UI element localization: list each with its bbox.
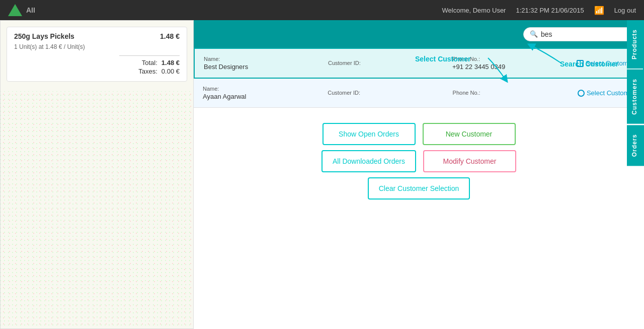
- search-area: 🔍: [194, 20, 644, 48]
- left-panel: 250g Lays Pickels 1.48 € 1 Unit(s) at 1.…: [0, 20, 194, 329]
- logout-button[interactable]: Log out: [614, 7, 636, 14]
- phone-label-1: Phone No.:: [452, 56, 577, 62]
- buttons-area: Show Open Orders New Customer All Downlo…: [194, 108, 644, 215]
- select-customer-btn-1[interactable]: Select Customer: [577, 59, 634, 67]
- tab-orders[interactable]: Orders: [627, 125, 644, 166]
- all-downloaded-orders-button[interactable]: All Downloaded Orders: [321, 150, 416, 172]
- right-content: 🔍 Select Customer Search Customer: [194, 20, 644, 329]
- sidebar-tabs: Products Customers Orders: [627, 20, 644, 329]
- customer-name-field-1: Name: Best Designers: [204, 56, 328, 71]
- product-unit: 1 Unit(s) at 1.48 € / Unit(s): [14, 43, 180, 50]
- buttons-row-1: Show Open Orders New Customer: [323, 123, 516, 145]
- product-name: 250g Lays Pickels: [14, 32, 74, 40]
- welcome-text: Welcome, Demo User: [442, 7, 506, 14]
- product-taxes-row: Taxes: 0.00 €: [14, 68, 180, 75]
- total-label: Total:: [142, 59, 157, 67]
- customer-row-2[interactable]: Name: Ayaan Agarwal Customer ID: Phone N…: [194, 79, 644, 108]
- name-label-2: Name:: [203, 86, 328, 92]
- total-value: 1.48 €: [162, 59, 180, 67]
- name-value-1: Best Designers: [204, 63, 328, 71]
- new-customer-button[interactable]: New Customer: [423, 123, 516, 145]
- customer-phone-field-2: Phone No.:: [453, 90, 578, 97]
- topbar-right: Welcome, Demo User 1:21:32 PM 21/06/2015…: [442, 6, 636, 15]
- topbar-left: AII: [8, 4, 35, 16]
- radio-indicator-1: [577, 60, 584, 67]
- taxes-value: 0.00 €: [162, 68, 180, 75]
- dotted-background: [1, 91, 193, 328]
- search-box: 🔍: [523, 27, 634, 41]
- show-open-orders-button[interactable]: Show Open Orders: [323, 123, 416, 145]
- tab-products[interactable]: Products: [627, 20, 644, 69]
- id-label-1: Customer ID:: [328, 60, 452, 66]
- modify-customer-button[interactable]: Modify Customer: [423, 150, 516, 172]
- datetime-text: 1:21:32 PM 21/06/2015: [516, 7, 584, 14]
- product-price: 1.48 €: [160, 32, 180, 40]
- phone-label-2: Phone No.:: [453, 90, 578, 96]
- product-divider: [119, 55, 180, 56]
- buttons-row-2: All Downloaded Orders Modify Customer: [321, 150, 516, 172]
- customer-row-1[interactable]: Name: Best Designers Customer ID: Phone …: [194, 48, 644, 79]
- customer-list: Name: Best Designers Customer ID: Phone …: [194, 48, 644, 329]
- radio-circle-2: [578, 90, 585, 97]
- taxes-label: Taxes:: [138, 68, 157, 75]
- name-value-2: Ayaan Agarwal: [203, 93, 328, 100]
- phone-value-1: +91 22 3445 0349: [452, 63, 577, 71]
- customer-phone-field-1: Phone No.: +91 22 3445 0349: [452, 56, 577, 71]
- customer-id-field-1: Customer ID:: [328, 60, 452, 67]
- customer-name-field-2: Name: Ayaan Agarwal: [203, 86, 328, 100]
- tab-customers[interactable]: Customers: [627, 70, 644, 124]
- main-layout: 250g Lays Pickels 1.48 € 1 Unit(s) at 1.…: [0, 20, 644, 329]
- topbar: AII Welcome, Demo User 1:21:32 PM 21/06/…: [0, 0, 644, 20]
- logo-icon: [8, 4, 22, 16]
- logo-text: AII: [26, 6, 35, 14]
- product-header: 250g Lays Pickels 1.48 €: [14, 32, 180, 40]
- search-icon: 🔍: [530, 30, 538, 38]
- customer-id-field-2: Customer ID:: [328, 90, 452, 97]
- product-card: 250g Lays Pickels 1.48 € 1 Unit(s) at 1.…: [7, 27, 187, 82]
- name-label-1: Name:: [204, 56, 328, 62]
- select-customer-btn-2[interactable]: Select Customer: [578, 89, 635, 97]
- id-label-2: Customer ID:: [328, 90, 452, 96]
- clear-customer-selection-button[interactable]: Clear Customer Selection: [368, 177, 470, 200]
- buttons-row-3: Clear Customer Selection: [368, 177, 470, 200]
- signal-icon: 📶: [594, 6, 604, 15]
- search-input[interactable]: [541, 30, 616, 38]
- product-total-row: Total: 1.48 €: [14, 59, 180, 67]
